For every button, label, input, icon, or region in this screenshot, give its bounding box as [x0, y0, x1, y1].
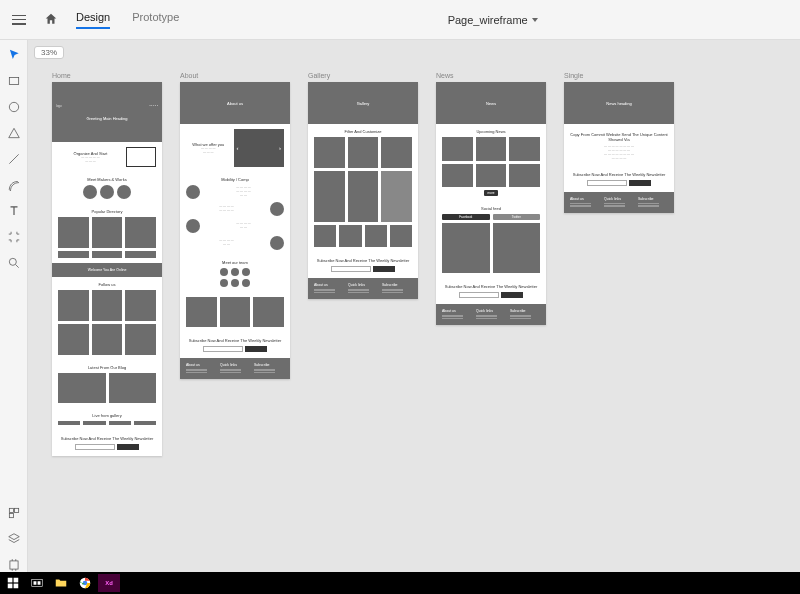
- layers-icon[interactable]: [7, 532, 21, 546]
- zoom-indicator[interactable]: 33%: [34, 46, 64, 59]
- rectangle-tool[interactable]: [7, 74, 21, 88]
- svg-text:Xd: Xd: [105, 580, 113, 586]
- file-explorer-icon[interactable]: [50, 574, 72, 592]
- hamburger-icon[interactable]: [12, 15, 26, 25]
- svg-rect-7: [8, 578, 13, 583]
- svg-rect-0: [9, 78, 18, 85]
- tool-panel: [0, 40, 28, 572]
- artboard-gallery[interactable]: Gallery Gallery Filter And Customize Sub…: [308, 72, 418, 456]
- taskview-icon[interactable]: [26, 574, 48, 592]
- line-tool[interactable]: [7, 152, 21, 166]
- svg-rect-9: [8, 584, 13, 589]
- artboard-home[interactable]: Home logo• • • • •Greeting Main Heading …: [52, 72, 162, 456]
- svg-rect-4: [14, 508, 18, 512]
- app-toolbar: Design Prototype Page_wireframe: [0, 0, 800, 40]
- home-icon[interactable]: [44, 12, 58, 28]
- artboard-about[interactable]: About About us What we offer you— — — ——…: [180, 72, 290, 456]
- chrome-icon[interactable]: [74, 574, 96, 592]
- mode-tabs: Design Prototype: [76, 11, 179, 29]
- tab-prototype[interactable]: Prototype: [132, 11, 179, 29]
- pen-tool[interactable]: [7, 178, 21, 192]
- artboard-tool[interactable]: [7, 230, 21, 244]
- tab-design[interactable]: Design: [76, 11, 110, 29]
- assets-icon[interactable]: [7, 506, 21, 520]
- artboard-single[interactable]: Single News heading Copy From Commit Web…: [564, 72, 674, 456]
- design-canvas[interactable]: 33% Home logo• • • • •Greeting Main Head…: [28, 40, 800, 572]
- svg-rect-3: [9, 508, 13, 512]
- svg-rect-5: [9, 514, 13, 518]
- svg-rect-6: [9, 561, 17, 569]
- select-tool[interactable]: [7, 48, 21, 62]
- svg-point-1: [9, 102, 18, 111]
- ellipse-tool[interactable]: [7, 100, 21, 114]
- artboard-news[interactable]: News News Upcoming News more Social feed…: [436, 72, 546, 456]
- chevron-down-icon: [532, 18, 538, 22]
- text-tool[interactable]: [7, 204, 21, 218]
- start-icon[interactable]: [2, 574, 24, 592]
- adobe-xd-icon[interactable]: Xd: [98, 574, 120, 592]
- svg-rect-11: [32, 580, 43, 587]
- polygon-tool[interactable]: [7, 126, 21, 140]
- svg-rect-8: [14, 578, 19, 583]
- plugins-icon[interactable]: [7, 558, 21, 572]
- file-dropdown[interactable]: Page_wireframe: [448, 14, 538, 26]
- zoom-tool[interactable]: [7, 256, 21, 270]
- svg-rect-13: [38, 581, 41, 585]
- svg-rect-10: [14, 584, 19, 589]
- windows-taskbar: Xd: [0, 572, 800, 594]
- svg-rect-12: [34, 581, 37, 585]
- svg-point-2: [9, 258, 16, 265]
